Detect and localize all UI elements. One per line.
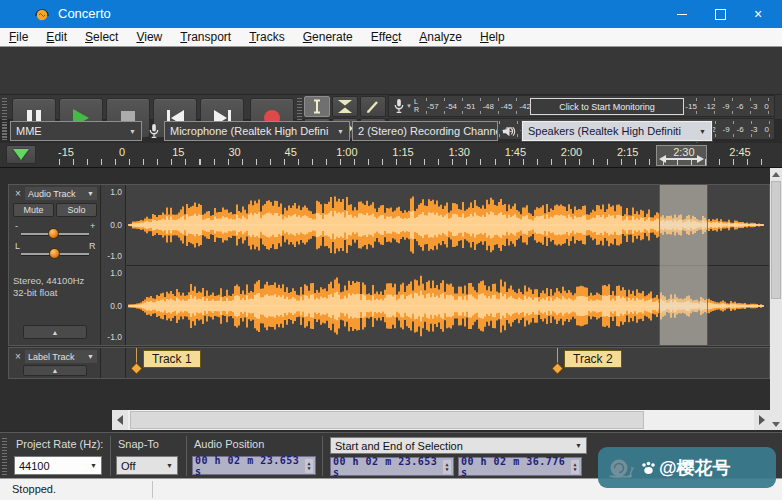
vertical-scrollbar[interactable] (770, 168, 782, 430)
selection-mode-value: Start and End of Selection (335, 440, 463, 452)
pan-left-label: L (15, 241, 20, 251)
vertical-scale-ruler[interactable]: 1.0 0.0 -1.0 1.0 0.0 -1.0 (101, 185, 126, 345)
toolbar-divider (186, 436, 187, 476)
snap-to-value: Off (121, 460, 135, 472)
close-button[interactable]: × (739, 0, 777, 28)
menu-item-analyze[interactable]: Analyze (410, 30, 471, 44)
meter-scale-value: -6 (736, 125, 743, 134)
selection-end-field[interactable]: 00 h 02 m 36.776 s ▲▼ (458, 457, 582, 476)
track-title: Label Track (28, 352, 75, 362)
timeline-label: 0 (119, 146, 125, 158)
meter-scale-value: -12 (704, 102, 716, 111)
scroll-right-button[interactable] (754, 410, 770, 430)
meter-scale-value: -51 (464, 102, 476, 111)
menu-item-generate[interactable]: Generate (294, 30, 362, 44)
audio-position-label: Audio Position (194, 438, 264, 450)
recording-device-select[interactable]: Microphone (Realtek High Defini ▼ (164, 121, 350, 141)
toolbar-divider (322, 436, 323, 476)
track-collapse-button[interactable]: ▲ (23, 365, 87, 376)
envelope-tool-button[interactable] (332, 96, 358, 117)
track-close-button[interactable]: × (12, 350, 24, 363)
playback-device-value: Speakers (Realtek High Definiti (528, 125, 681, 137)
selection-mode-select[interactable]: Start and End of Selection ▼ (330, 437, 587, 454)
spinner-icon[interactable]: ▲▼ (571, 460, 579, 474)
scroll-left-button[interactable] (112, 410, 128, 430)
meter-scale-value: -57 (427, 102, 439, 111)
timeline-label: 2:45 (729, 146, 750, 158)
track-area: × Audio Track ▼ Mute Solo - + L R Stereo… (0, 168, 782, 430)
waveform-area[interactable] (126, 185, 769, 345)
audio-track-control-panel[interactable]: × Audio Track ▼ Mute Solo - + L R Stereo… (9, 185, 101, 345)
waveform-selection-region[interactable] (659, 185, 708, 345)
selection-toolbar-grip[interactable] (2, 437, 7, 475)
device-toolbar-grip[interactable] (2, 122, 7, 140)
menu-item-select[interactable]: Select (76, 30, 127, 44)
gain-min-label: - (15, 221, 18, 231)
spinner-icon[interactable]: ▲▼ (443, 460, 451, 474)
scroll-up-button[interactable] (770, 168, 782, 180)
audio-position-field[interactable]: 00 h 02 m 23.653 s ▲▼ (192, 456, 316, 475)
label-text[interactable]: Track 2 (564, 350, 622, 368)
recording-channels-select[interactable]: 2 (Stereo) Recording Channels ▼ (352, 121, 498, 141)
menu-item-view[interactable]: View (127, 30, 171, 44)
project-rate-select[interactable]: 44100 ▼ (14, 456, 102, 475)
menu-bar: FileEditSelectViewTransportTracksGenerat… (0, 28, 782, 47)
horizontal-scroll-thumb[interactable] (130, 411, 644, 429)
chevron-down-icon: ▼ (162, 462, 173, 469)
draw-tool-button[interactable] (360, 96, 386, 117)
close-icon: × (15, 188, 21, 199)
mute-button[interactable]: Mute (13, 203, 54, 217)
draw-tool-icon (364, 99, 382, 114)
timeline-label: 1:45 (505, 146, 526, 158)
menu-item-effect[interactable]: Effect (362, 30, 410, 44)
label-marker-icon[interactable] (551, 362, 564, 375)
solo-button[interactable]: Solo (56, 203, 97, 217)
timeline-pin-button[interactable] (6, 145, 36, 164)
playback-device-select[interactable]: Speakers (Realtek High Definiti ▼ (522, 121, 712, 141)
recording-meter[interactable]: ▼ LR Click to Start Monitoring -57-54-51… (388, 95, 775, 117)
timeline-ruler[interactable]: -1501530451:001:151:301:452:002:152:302:… (0, 143, 782, 168)
meter-scale-value: -3 (750, 125, 757, 134)
audio-position-value: 00 h 02 m 23.653 s (195, 455, 305, 477)
horizontal-scrollbar[interactable] (112, 410, 770, 430)
track-format-line2: 32-bit float (13, 287, 57, 298)
menu-item-file[interactable]: File (0, 30, 37, 44)
meter-scale-value: -6 (736, 102, 743, 111)
label-text[interactable]: Track 1 (143, 350, 201, 368)
audio-host-select[interactable]: MME ▼ (10, 121, 142, 141)
scroll-down-icon (772, 422, 780, 427)
track-close-button[interactable]: × (12, 187, 24, 200)
audacity-window: Concerto × FileEditSelectViewTransportTr… (0, 0, 782, 500)
minimize-button[interactable] (663, 0, 701, 28)
pan-knob[interactable] (49, 248, 60, 259)
track-title-menu[interactable]: Label Track ▼ (25, 350, 97, 363)
monitoring-tooltip[interactable]: Click to Start Monitoring (530, 98, 684, 115)
vertical-scroll-thumb[interactable] (771, 181, 781, 299)
selection-start-field[interactable]: 00 h 02 m 23.653 s ▲▼ (330, 457, 454, 476)
close-icon: × (15, 351, 21, 362)
label-marker-icon[interactable] (130, 362, 143, 375)
spinner-icon[interactable]: ▲▼ (305, 459, 313, 473)
selection-tool-button[interactable] (304, 96, 330, 117)
meter-scale-value: -48 (482, 102, 494, 111)
watermark-badge: @樱花号 (598, 447, 776, 488)
menu-item-edit[interactable]: Edit (37, 30, 76, 44)
maximize-button[interactable] (701, 0, 739, 28)
track-collapse-button[interactable]: ▲ (23, 325, 87, 339)
minimize-icon (677, 14, 687, 15)
watermark-text: @樱花号 (659, 456, 731, 480)
gain-knob[interactable] (48, 228, 59, 239)
label-track-content[interactable]: Track 1Track 2 (126, 348, 769, 378)
scroll-down-button[interactable] (770, 418, 782, 430)
menu-item-transport[interactable]: Transport (171, 30, 240, 44)
track-title-menu[interactable]: Audio Track ▼ (25, 187, 97, 200)
envelope-tool-icon (336, 99, 354, 114)
label-track-control-panel[interactable]: × Label Track ▼ ▲ (9, 348, 101, 378)
menu-item-tracks[interactable]: Tracks (240, 30, 294, 44)
menu-item-help[interactable]: Help (471, 30, 514, 44)
track-title: Audio Track (28, 189, 76, 199)
snap-to-select[interactable]: Off ▼ (116, 456, 178, 475)
maximize-icon (715, 9, 726, 20)
toolbar-divider (110, 436, 111, 476)
ruler-value: -1.0 (107, 251, 122, 261)
